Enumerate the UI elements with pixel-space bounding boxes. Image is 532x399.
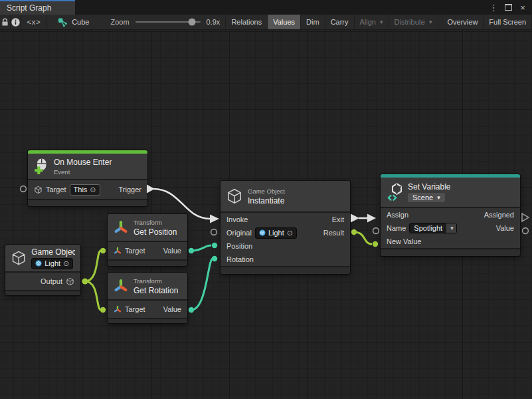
kebab-menu-icon[interactable]: ⋮ (488, 2, 499, 13)
original-label: Original (226, 229, 252, 237)
port-invoke-input[interactable] (210, 215, 219, 223)
node-footer (28, 200, 147, 206)
port-onmouseenter-target[interactable] (21, 186, 27, 192)
close-icon[interactable]: × (517, 2, 528, 13)
output-label: Output (41, 277, 62, 285)
original-value-field[interactable]: Light ⊙ (255, 227, 297, 239)
port-assigned-output[interactable] (522, 213, 529, 221)
code-preview-button[interactable]: <x> (21, 15, 47, 29)
variable-name-field[interactable]: Spotlight ▾ (409, 223, 456, 233)
port-value-output[interactable] (523, 228, 529, 234)
game-object-icon (34, 186, 43, 194)
graph-name: Cube (72, 18, 89, 26)
position-label: Position (226, 242, 252, 250)
zoom-slider[interactable] (135, 21, 201, 23)
unity-object-icon (259, 229, 266, 236)
port-newvalue-input[interactable] (373, 241, 378, 247)
port-exit-output[interactable] (351, 214, 359, 223)
node-instantiate[interactable]: Game Object Instantiate Invoke Exit Orig… (221, 181, 350, 274)
node-title: Instantiate (248, 196, 285, 205)
game-object-icon (66, 277, 74, 286)
new-value-label: New Value (387, 237, 421, 245)
lock-icon (0, 17, 10, 27)
game-object-value-field[interactable]: Light ⊙ (31, 258, 73, 269)
port-getposition-value[interactable] (189, 248, 194, 253)
assigned-label: Assigned (484, 211, 514, 219)
wire-getposition-to-position[interactable] (191, 245, 211, 251)
values-button[interactable]: Values (268, 15, 301, 29)
distribute-dropdown[interactable]: Distribute ▾ (389, 15, 438, 29)
port-gameobject-output[interactable] (82, 279, 88, 285)
target-label: Target (46, 186, 66, 194)
node-footer (381, 249, 520, 256)
chevron-down-icon: ▾ (429, 19, 432, 25)
lock-button[interactable] (0, 15, 11, 29)
value-label: Value (163, 247, 181, 255)
unity-object-icon (35, 260, 42, 267)
variable-scope-dropdown[interactable]: Scene ▾ (408, 193, 445, 202)
overview-button[interactable]: Overview (442, 15, 484, 29)
port-getposition-target[interactable] (100, 248, 106, 253)
zoom-control: Zoom 0.9x (96, 15, 226, 29)
node-get-rotation[interactable]: Transform Get Rotation Target Value (108, 273, 187, 323)
object-picker-icon[interactable]: ⊙ (287, 229, 293, 237)
port-getrotation-target[interactable] (100, 307, 106, 313)
carry-button[interactable]: Carry (325, 15, 355, 29)
value-label: Value (163, 305, 181, 313)
info-icon (11, 17, 21, 27)
name-label: Name (387, 224, 406, 232)
unity-script-graph-window: { "window": { "tab_title": "Script Graph… (0, 0, 532, 399)
port-result-output[interactable] (351, 229, 357, 235)
port-assign-input[interactable] (367, 214, 376, 223)
target-value-field[interactable]: This ⊙ (70, 184, 100, 196)
unity-variable-icon (386, 183, 403, 201)
object-picker-icon[interactable]: ⊙ (90, 186, 96, 194)
port-rotation-input[interactable] (212, 256, 217, 261)
node-get-position[interactable]: Transform Get Position Target Value (108, 214, 187, 266)
chevron-down-icon: ▾ (380, 19, 383, 25)
node-subtitle: Event (54, 168, 112, 176)
port-position-input[interactable] (212, 243, 217, 248)
node-footer (108, 319, 187, 323)
assign-label: Assign (387, 211, 408, 219)
transform-icon (113, 219, 129, 235)
tab-script-graph[interactable]: Script Graph (0, 0, 75, 15)
node-set-variable[interactable]: Set Variable Scene ▾ Assign Assigned Nam… (381, 174, 520, 256)
port-trigger-output[interactable] (147, 185, 155, 194)
wire-result-to-newvalue[interactable] (354, 232, 372, 244)
wire-getrotation-to-rotation[interactable] (191, 259, 213, 310)
target-trigger-row: Target This ⊙ Trigger (28, 180, 147, 199)
node-game-object-literal[interactable]: Game Object Light ⊙ Output (5, 245, 80, 295)
zoom-label: Zoom (110, 18, 129, 26)
result-label: Result (323, 229, 344, 237)
node-title: Set Variable (408, 182, 450, 192)
wire-output-to-getposition-target[interactable] (85, 251, 101, 281)
game-object-icon (226, 188, 243, 205)
port-original-input[interactable] (211, 229, 217, 235)
graph-breadcrumb[interactable]: Cube (47, 15, 96, 29)
full-screen-button[interactable]: Full Screen (484, 15, 532, 29)
graph-toolbar: <x> Cube Zoom 0.9x Relations Values Dim … (0, 15, 532, 30)
node-category: Game Object (248, 188, 285, 195)
relations-button[interactable]: Relations (226, 15, 268, 29)
maximize-icon[interactable] (503, 2, 513, 13)
title-bar: Script Graph ⋮ × (0, 0, 532, 15)
port-name-input[interactable] (373, 228, 379, 234)
node-footer (5, 291, 80, 295)
tab-title: Script Graph (7, 3, 51, 13)
transform-icon (113, 278, 129, 294)
info-button[interactable] (11, 15, 21, 29)
node-on-mouse-enter[interactable]: On Mouse Enter Event Target This ⊙ Trigg… (28, 150, 147, 206)
transform-icon (114, 247, 122, 255)
value-label: Value (496, 224, 514, 232)
node-category: Transform (133, 219, 177, 226)
wire-output-to-getrotation-target[interactable] (85, 281, 101, 310)
chevron-down-icon: ▾ (437, 194, 440, 201)
dim-button[interactable]: Dim (301, 15, 325, 29)
object-picker-icon[interactable]: ⊙ (63, 259, 69, 268)
port-getrotation-value[interactable] (189, 307, 194, 313)
align-dropdown[interactable]: Align ▾ (355, 15, 389, 29)
chevron-down-icon[interactable]: ▾ (446, 223, 456, 233)
graph-canvas[interactable]: On Mouse Enter Event Target This ⊙ Trigg… (0, 30, 532, 399)
zoom-slider-handle[interactable] (188, 19, 195, 26)
